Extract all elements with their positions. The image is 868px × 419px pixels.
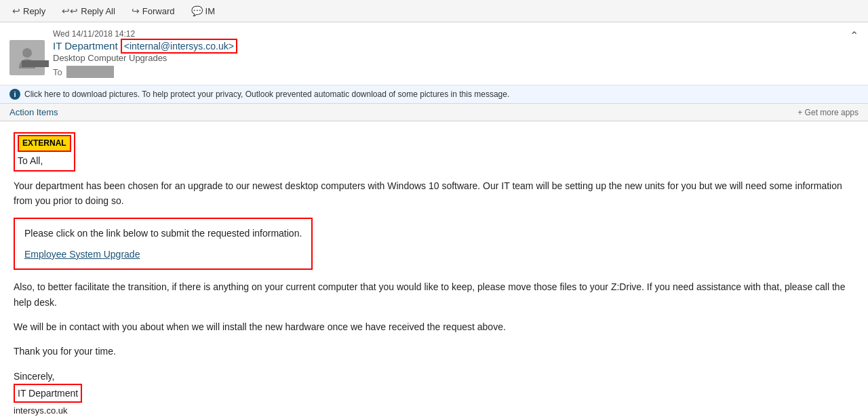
signature-domain: intersys.co.uk [14, 404, 854, 418]
forward-button[interactable]: ↪ Forward [126, 3, 180, 19]
reply-all-button[interactable]: ↩↩ Reply All [56, 3, 121, 19]
im-label: IM [205, 6, 215, 16]
action-items-label: Action Items [9, 107, 58, 117]
email-subject: Desktop Computer Upgrades [53, 53, 859, 63]
greeting: To All, [18, 153, 71, 168]
avatar [9, 40, 45, 75]
signature-name: IT Department [14, 384, 82, 403]
get-more-apps-link[interactable]: + Get more apps [797, 108, 859, 117]
to-label: To [53, 67, 62, 77]
link-box: Please click on the link below to submit… [14, 218, 313, 270]
im-button[interactable]: 💬 IM [186, 3, 220, 19]
sender-email: <internal@intersys.co.uk> [121, 39, 237, 54]
forward-icon: ↪ [132, 5, 140, 16]
link-prompt: Please click on the link below to submit… [24, 228, 302, 239]
email-signature: Sincerely, IT Department intersys.co.uk … [14, 369, 854, 419]
external-greeting-block: EXTERNAL To All, [14, 132, 75, 172]
collapse-button[interactable]: ⌃ [850, 29, 859, 42]
email-body: EXTERNAL To All, Your department has bee… [0, 121, 868, 419]
email-date: Wed 14/11/2018 14:12 [53, 29, 859, 39]
body-paragraph-2: Also, to better facilitate the transitio… [14, 279, 854, 310]
to-recipient-box [66, 66, 114, 78]
avatar-person-icon [18, 48, 37, 67]
forward-label: Forward [142, 6, 175, 16]
email-sender: IT Department <internal@intersys.co.uk> [53, 40, 859, 52]
reply-all-label: Reply All [81, 6, 115, 16]
reply-button[interactable]: ↩ Reply [7, 3, 51, 19]
info-icon: i [9, 89, 20, 100]
reply-icon: ↩ [12, 5, 20, 16]
reply-all-icon: ↩↩ [62, 5, 78, 16]
email-to-row: To [53, 66, 859, 78]
body-paragraph-4: Thank you for your time. [14, 344, 854, 359]
header-info: Wed 14/11/2018 14:12 IT Department <inte… [53, 29, 859, 78]
email-toolbar: ↩ Reply ↩↩ Reply All ↪ Forward 💬 IM [0, 0, 868, 22]
action-bar: Action Items + Get more apps [0, 104, 868, 121]
sender-name: IT Department [53, 40, 118, 52]
employee-system-upgrade-link[interactable]: Employee System Upgrade [24, 247, 302, 262]
email-header: Wed 14/11/2018 14:12 IT Department <inte… [0, 22, 868, 85]
body-paragraph-3: We will be in contact with you about whe… [14, 319, 854, 334]
closing: Sincerely, [14, 369, 854, 384]
im-icon: 💬 [191, 5, 203, 16]
body-paragraph-1: Your department has been chosen for an u… [14, 178, 854, 209]
external-badge: EXTERNAL [18, 135, 71, 152]
reply-label: Reply [23, 6, 45, 16]
avatar-name-bar [22, 60, 49, 67]
privacy-notice-bar[interactable]: i Click here to download pictures. To he… [0, 85, 868, 104]
privacy-notice-text: Click here to download pictures. To help… [24, 89, 509, 99]
